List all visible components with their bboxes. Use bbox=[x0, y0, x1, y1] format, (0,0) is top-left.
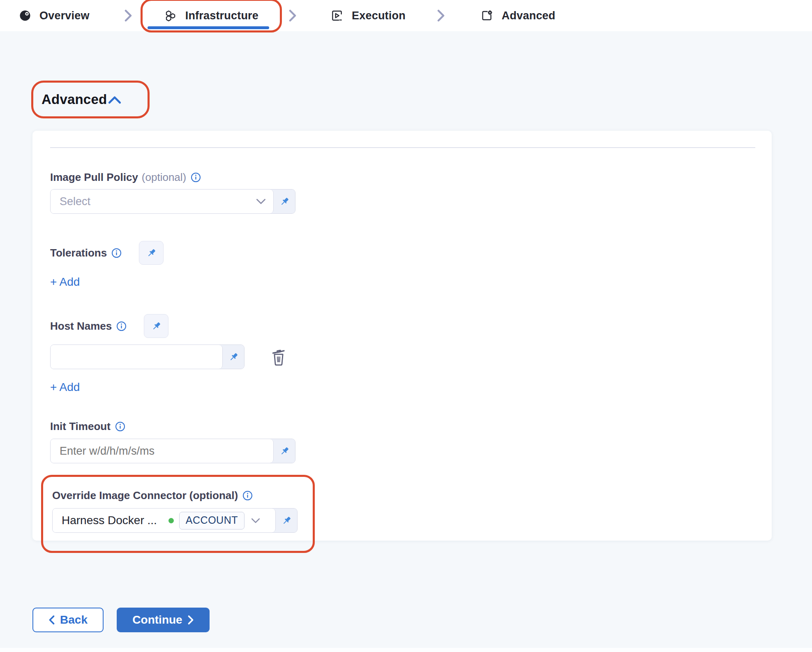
tab-execution[interactable]: Execution bbox=[330, 9, 406, 22]
init-timeout-input-group bbox=[50, 439, 295, 463]
tab-advanced-label: Advanced bbox=[502, 9, 556, 22]
host-names-input-row bbox=[50, 344, 755, 369]
host-names-input-group bbox=[50, 344, 245, 369]
connector-name-value: Harness Docker ... bbox=[62, 514, 157, 527]
init-timeout-label-row: Init Timeout bbox=[50, 420, 755, 433]
info-icon[interactable] bbox=[115, 421, 125, 432]
pin-input-type-button[interactable] bbox=[144, 314, 168, 338]
stage-tabs-nav: Overview Infrastructure bbox=[0, 0, 812, 31]
back-button-label: Back bbox=[60, 613, 88, 627]
page-bottom-strip bbox=[0, 648, 812, 652]
override-image-connector-annotation: Override Image Connector (optional) Harn… bbox=[41, 475, 315, 553]
host-name-field-wrap bbox=[51, 345, 223, 369]
override-image-connector-label-row: Override Image Connector (optional) bbox=[52, 489, 313, 502]
pin-input-type-button[interactable] bbox=[274, 439, 295, 463]
connector-status-dot bbox=[168, 518, 174, 523]
pin-input-type-button[interactable] bbox=[276, 509, 297, 532]
host-names-label: Host Names bbox=[50, 320, 112, 333]
image-pull-policy-select-placeholder: Select bbox=[60, 195, 90, 208]
active-tab-underline bbox=[148, 26, 269, 29]
chevron-right-icon bbox=[288, 9, 298, 22]
info-icon[interactable] bbox=[191, 172, 201, 183]
image-pull-policy-input-group: Select bbox=[50, 189, 295, 214]
image-pull-policy-label: Image Pull Policy bbox=[50, 171, 138, 184]
image-pull-policy-select[interactable]: Select bbox=[51, 190, 274, 213]
pin-input-type-button[interactable] bbox=[223, 345, 244, 369]
overview-icon bbox=[19, 9, 31, 22]
card-divider bbox=[50, 147, 755, 148]
tab-advanced[interactable]: Advanced bbox=[480, 9, 556, 22]
init-timeout-label: Init Timeout bbox=[50, 420, 111, 433]
host-names-row: Host Names bbox=[50, 314, 755, 338]
tab-execution-label: Execution bbox=[352, 9, 406, 22]
host-name-field[interactable] bbox=[60, 345, 215, 369]
chevron-down-icon bbox=[256, 198, 266, 205]
pin-input-type-button[interactable] bbox=[274, 190, 295, 213]
tab-overview-label: Overview bbox=[39, 9, 90, 22]
delete-host-name-button[interactable] bbox=[270, 347, 287, 366]
chevron-right-icon bbox=[187, 615, 194, 625]
connector-scope-badge: ACCOUNT bbox=[179, 512, 245, 529]
tab-overview[interactable]: Overview bbox=[19, 9, 90, 22]
init-timeout-field-wrap bbox=[51, 439, 274, 463]
host-names-add-button[interactable]: + Add bbox=[50, 381, 80, 394]
info-icon[interactable] bbox=[116, 321, 127, 331]
image-pull-policy-optional: (optional) bbox=[142, 171, 186, 184]
pipeline-stage-settings-page: Overview Infrastructure bbox=[0, 0, 812, 652]
tab-infrastructure-annotation: Infrastructure bbox=[141, 0, 282, 32]
tolerations-row: Tolerations bbox=[50, 241, 755, 265]
override-image-connector-label: Override Image Connector (optional) bbox=[52, 489, 238, 502]
advanced-section-title: Advanced bbox=[42, 92, 107, 107]
tab-infrastructure[interactable]: Infrastructure bbox=[164, 9, 258, 22]
override-image-connector-input-group: Harness Docker ... ACCOUNT bbox=[52, 508, 298, 533]
advanced-icon bbox=[480, 9, 494, 22]
execution-icon bbox=[330, 9, 344, 22]
chevron-up-icon[interactable] bbox=[108, 95, 122, 106]
info-icon[interactable] bbox=[111, 248, 122, 258]
override-image-connector-select[interactable]: Harness Docker ... ACCOUNT bbox=[53, 509, 276, 532]
tolerations-label: Tolerations bbox=[50, 247, 107, 259]
continue-button[interactable]: Continue bbox=[117, 608, 210, 632]
continue-button-label: Continue bbox=[132, 613, 182, 627]
pin-input-type-button[interactable] bbox=[139, 241, 164, 265]
chevron-right-icon bbox=[436, 9, 446, 22]
init-timeout-field[interactable] bbox=[60, 439, 266, 463]
info-icon[interactable] bbox=[242, 490, 253, 501]
back-button[interactable]: Back bbox=[32, 608, 104, 632]
trash-icon bbox=[270, 347, 287, 366]
image-pull-policy-label-row: Image Pull Policy (optional) bbox=[50, 171, 755, 184]
chevron-right-icon bbox=[123, 9, 133, 22]
infrastructure-icon bbox=[164, 9, 177, 22]
advanced-heading-annotation: Advanced bbox=[31, 81, 150, 118]
chevron-down-icon bbox=[251, 518, 260, 524]
advanced-settings-card: Image Pull Policy (optional) Select Tole… bbox=[32, 131, 772, 541]
tolerations-add-button[interactable]: + Add bbox=[50, 275, 80, 289]
chevron-left-icon bbox=[48, 615, 55, 625]
tab-infrastructure-label: Infrastructure bbox=[185, 9, 258, 22]
